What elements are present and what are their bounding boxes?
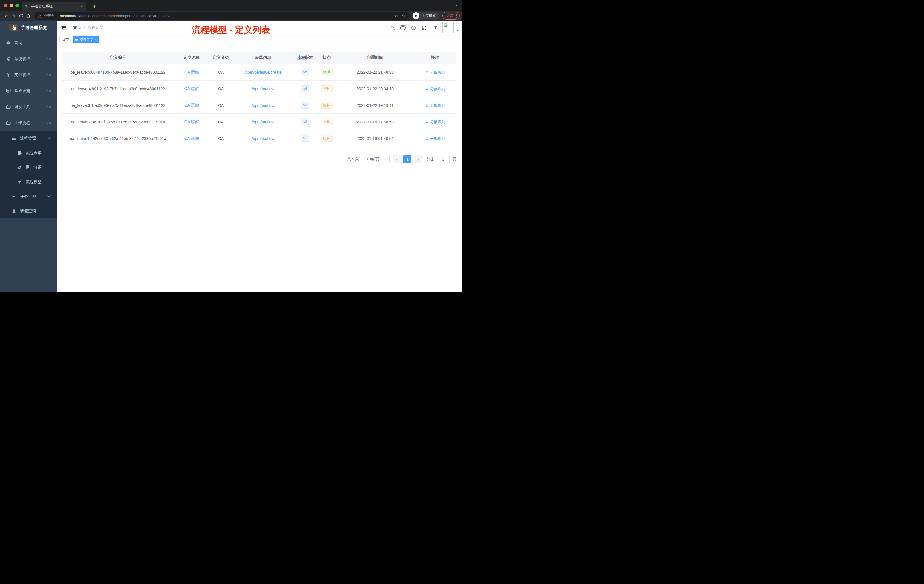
next-page-button[interactable]: › [414, 155, 422, 163]
not-secure-warning-icon[interactable] [38, 14, 42, 18]
chevron-down-icon [384, 158, 387, 160]
assign-rule-link[interactable]: 分配规则 [425, 86, 445, 91]
version-cell: v4 [294, 86, 317, 92]
home-icon[interactable] [25, 12, 32, 20]
assign-user-icon [425, 87, 429, 91]
prev-page-button[interactable]: ‹ [393, 155, 401, 163]
form-link[interactable]: /bpm/oa/flow [252, 87, 274, 91]
avatar[interactable] [442, 22, 454, 33]
table-row: oa_leave:1:482ec033-762a-11ec-8477-a2380… [62, 130, 456, 147]
browser-update-button[interactable]: 更新 [442, 12, 460, 20]
sidebar-item-dashboard[interactable]: 首页 [0, 35, 56, 51]
definition-table: 定义编号 定义名称 定义分类 表单信息 流程版本 状态 部署时间 操作 oa_l… [62, 52, 456, 147]
definition-name-link[interactable]: OA 请假 [184, 86, 199, 91]
current-page-button[interactable]: 1 [403, 155, 411, 163]
zoom-window-button[interactable] [15, 4, 19, 7]
dashboard-icon [6, 40, 11, 45]
form-link[interactable]: /bpm/oa/leave/create [244, 70, 282, 74]
browser-menu-icon[interactable] [456, 14, 457, 18]
bookmark-star-icon[interactable] [401, 13, 406, 18]
breadcrumb-home[interactable]: 首页 [73, 25, 81, 30]
sidebar-item-gear[interactable]: 系统管理 [0, 51, 56, 67]
content: 定义编号 定义名称 定义分类 表单信息 流程版本 状态 部署时间 操作 oa_l… [56, 45, 462, 292]
sidebar-item-list[interactable]: 流程管理 [0, 131, 56, 145]
tab-close-icon[interactable]: × [80, 4, 83, 9]
font-size-icon[interactable]: TT [432, 25, 437, 31]
definition-name-link[interactable]: OA 请假 [184, 119, 199, 124]
definition-category: OA [210, 70, 232, 74]
column-header: 表单信息 [232, 55, 294, 60]
status-cell: 挂起 [317, 119, 337, 125]
sidebar-item-label: 请假查询 [20, 209, 36, 214]
version-cell: v2 [294, 119, 317, 125]
sidebar-item-briefcase[interactable]: 工作流程 [0, 115, 56, 131]
form-info-cell: /bpm/oa/flow [232, 120, 294, 124]
assign-rule-link[interactable]: 分配规则 [425, 103, 445, 108]
definition-name-link[interactable]: OA 请假 [184, 70, 199, 74]
form-link[interactable]: /bpm/oa/flow [252, 103, 274, 108]
assign-user-icon [425, 104, 429, 107]
avatar-caret-down-icon[interactable]: ▾ [457, 28, 459, 32]
sidebar-item-tree[interactable]: 任务管理 [0, 189, 56, 204]
sidebar-item-yen[interactable]: 支付管理 [0, 67, 56, 83]
deploy-time: 2022-01-22 20:34:10 [337, 87, 414, 91]
incognito-label: 无痕模式 [422, 13, 436, 18]
help-icon[interactable]: ? [411, 25, 416, 31]
sidebar-item-monitor[interactable]: 基础设施 [0, 83, 56, 99]
active-tag-dot [76, 39, 78, 41]
column-header-actions: 操作 [414, 52, 456, 64]
assign-rule-link[interactable]: 分配规则 [425, 136, 445, 141]
sidebar-item-paper-plane[interactable]: 流程模型 [0, 175, 56, 189]
version-cell: v1 [294, 135, 317, 142]
sidebar-item-toolbox[interactable]: 研发工具 [0, 99, 56, 115]
sidebar-item-user[interactable]: 请假查询 [0, 204, 56, 218]
github-icon[interactable] [400, 25, 406, 31]
breadcrumb-separator: / [84, 25, 85, 30]
tag-bar: 首页 流程定义 × [56, 35, 462, 45]
definition-name-link[interactable]: OA 请假 [184, 103, 199, 107]
url-path: /bpm/manager/definition?key=oa_leave [107, 14, 172, 18]
tag-close-icon[interactable]: × [95, 38, 97, 41]
form-info-cell: /bpm/oa/flow [232, 136, 294, 141]
back-icon[interactable] [2, 12, 10, 20]
chevron-down-icon [48, 58, 51, 60]
form-icon [17, 150, 22, 155]
incognito-badge: 无痕模式 [412, 12, 440, 20]
reload-icon[interactable] [17, 12, 25, 20]
favicon-plant-icon [25, 4, 29, 8]
new-tab-button[interactable]: + [90, 2, 98, 10]
assign-user-icon [425, 137, 429, 140]
address-bar[interactable]: 不安全 dashboard.yudao.iocoder.cn/bpm/manag… [34, 12, 410, 20]
form-info-cell: /bpm/oa/leave/create [232, 70, 294, 74]
fullscreen-icon[interactable] [421, 25, 427, 31]
column-header: 定义编号 [62, 55, 174, 60]
definition-id: oa_leave:1:482ec033-762a-11ec-8477-a2380… [62, 136, 174, 141]
security-label[interactable]: 不安全 [44, 13, 54, 18]
tag-process-definition[interactable]: 流程定义 × [73, 36, 99, 43]
form-link[interactable]: /bpm/oa/flow [252, 136, 274, 141]
sidebar-item-form[interactable]: 流程表单 [0, 145, 56, 160]
page-size-select[interactable]: 10条/页 [363, 155, 390, 163]
close-window-button[interactable] [4, 4, 7, 7]
tag-home[interactable]: 首页 [59, 36, 71, 43]
version-cell: v5 [294, 69, 317, 76]
yen-icon [6, 72, 11, 78]
minimize-window-button[interactable] [10, 4, 13, 7]
search-icon[interactable] [389, 25, 395, 31]
forward-icon[interactable] [10, 12, 17, 20]
sidebar-item-robot[interactable]: 用户分组 [0, 160, 56, 175]
assign-rule-link[interactable]: 分配规则 [425, 70, 445, 75]
table-body: oa_leave:5:004b710b-7b8a-11ec-8ef0-acde4… [62, 64, 456, 147]
password-key-icon[interactable] [394, 13, 399, 18]
chevron-up-icon [48, 137, 51, 139]
goto-page-input[interactable] [437, 155, 450, 163]
browser-tab[interactable]: 芋道管理系统 × [22, 2, 86, 11]
assign-rule-link[interactable]: 分配规则 [425, 119, 445, 125]
goto-label: 前往 [426, 157, 434, 162]
page-unit-label: 页 [452, 157, 456, 162]
form-link[interactable]: /bpm/oa/flow [252, 120, 274, 124]
definition-name-link[interactable]: OA 请假 [184, 136, 199, 140]
hamburger-icon[interactable] [56, 25, 71, 31]
url-text[interactable]: dashboard.yudao.iocoder.cn/bpm/manager/d… [60, 14, 391, 18]
tab-search-chevron-icon[interactable]: ⌄ [455, 2, 458, 7]
